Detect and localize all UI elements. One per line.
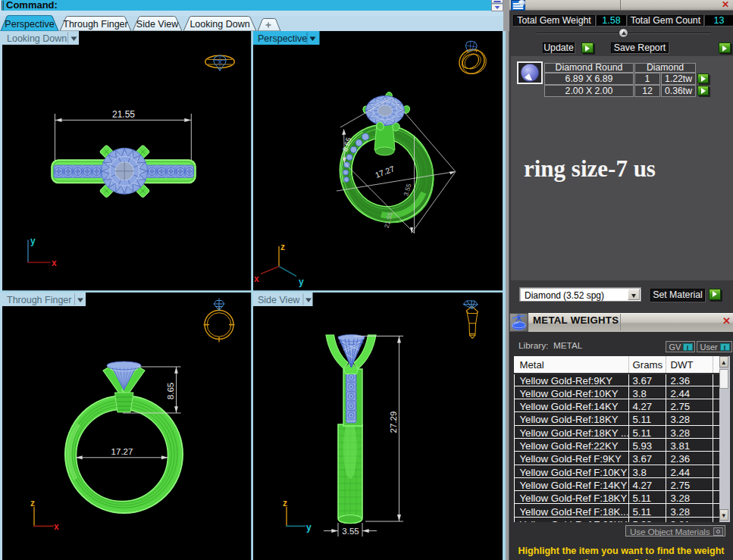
- svg-text:Looking Down: Looking Down: [190, 19, 249, 30]
- svg-text:y: y: [306, 522, 312, 533]
- svg-text:8.65: 8.65: [166, 383, 175, 399]
- svg-text:y: y: [30, 236, 36, 246]
- svg-text:Side View: Side View: [258, 295, 300, 305]
- svg-text:27.29: 27.29: [389, 411, 398, 433]
- svg-text:Through Finger: Through Finger: [7, 295, 71, 305]
- svg-text:x: x: [52, 258, 57, 268]
- svg-text:z: z: [283, 498, 287, 508]
- svg-text:y: y: [299, 277, 304, 287]
- svg-text:Perspective: Perspective: [258, 33, 307, 44]
- svg-text:Through Finger: Through Finger: [63, 19, 127, 30]
- svg-text:Looking Down: Looking Down: [7, 33, 67, 44]
- svg-text:21.55: 21.55: [112, 109, 135, 120]
- svg-text:17.27: 17.27: [111, 447, 133, 456]
- svg-text:Command:: Command:: [6, 0, 58, 11]
- svg-text:z: z: [280, 242, 285, 252]
- svg-text:Side View: Side View: [136, 19, 179, 30]
- svg-text:x: x: [54, 521, 59, 532]
- svg-text:z: z: [30, 498, 35, 508]
- svg-text:Perspective: Perspective: [5, 19, 54, 30]
- svg-text:3.55: 3.55: [342, 527, 359, 536]
- svg-text:x: x: [254, 274, 259, 284]
